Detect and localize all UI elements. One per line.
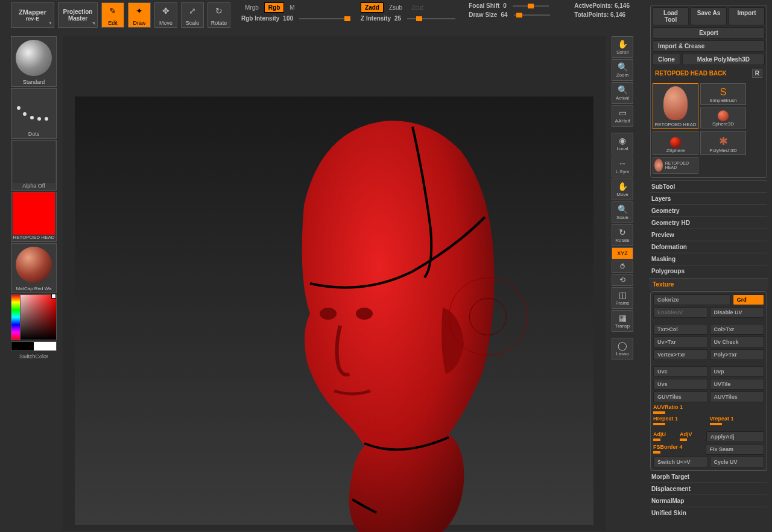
scroll-tool[interactable]: ✋Scroll bbox=[612, 36, 633, 58]
accordion-texture[interactable]: Texture bbox=[649, 278, 768, 290]
texture-selector[interactable]: RETOPOED HEAD bbox=[11, 192, 57, 242]
tool-thumb-zsphere[interactable]: ZSphere bbox=[653, 131, 698, 155]
r-button[interactable]: R bbox=[752, 69, 762, 78]
draw-button[interactable]: ✦Draw bbox=[128, 2, 151, 28]
tool-thumb-simplebrush[interactable]: S SimpleBrush bbox=[700, 83, 746, 105]
material-selector[interactable]: MatCap Red Wa bbox=[11, 243, 57, 293]
accordion-preview[interactable]: Preview bbox=[650, 229, 767, 241]
tool-thumb-polymesh3d[interactable]: ✱ PolyMesh3D bbox=[700, 131, 746, 155]
uvp-button[interactable]: Uvp bbox=[710, 366, 765, 377]
focal-shift-slider[interactable] bbox=[513, 5, 549, 7]
import-button[interactable]: Import bbox=[729, 7, 765, 25]
guvtiles-button[interactable]: GUVTiles bbox=[653, 391, 708, 402]
grd-button[interactable]: Grd bbox=[733, 294, 764, 305]
save-as-button[interactable]: Save As bbox=[691, 7, 727, 25]
clone-button[interactable]: Clone bbox=[653, 54, 680, 65]
z-tool[interactable]: ⟲ bbox=[612, 274, 633, 286]
scale-button[interactable]: ⤢Scale bbox=[181, 2, 204, 28]
adju-slider[interactable]: AdjU bbox=[653, 431, 678, 442]
accordion-unified-skin[interactable]: Unified Skin bbox=[650, 507, 767, 519]
auvratio-slider[interactable]: AUVRatio 1 bbox=[653, 404, 764, 414]
zadd-mode[interactable]: Zadd bbox=[361, 2, 384, 13]
alpha-selector[interactable]: Alpha Off bbox=[11, 140, 57, 191]
auvtiles-button[interactable]: AUVTiles bbox=[710, 391, 765, 402]
make-polymesh-button[interactable]: Make PolyMesh3D bbox=[682, 54, 765, 65]
lasso-tool[interactable]: ◯Lasso bbox=[612, 338, 633, 359]
y-tool[interactable]: ⥀ bbox=[612, 261, 633, 273]
fsborder-slider[interactable]: FSBorder 4 bbox=[653, 444, 704, 455]
aahalf-tool[interactable]: ▭AAHalf bbox=[612, 105, 633, 127]
import-crease-button[interactable]: Import & Crease bbox=[653, 40, 765, 52]
accordion-displacement[interactable]: Displacement bbox=[650, 483, 767, 495]
rotate-button[interactable]: ↻Rotate bbox=[207, 2, 230, 28]
switchuv-button[interactable]: Switch U<>V bbox=[653, 457, 708, 467]
txr-col-button[interactable]: Txr>Col bbox=[653, 324, 708, 335]
accordion-layers[interactable]: Layers bbox=[650, 192, 767, 204]
zcut-mode[interactable]: Zcut bbox=[408, 3, 426, 12]
disableuv-button[interactable]: Disable UV bbox=[710, 307, 765, 318]
accordion-deformation[interactable]: Deformation bbox=[650, 241, 767, 253]
uv-txr-button[interactable]: Uv>Txr bbox=[653, 337, 708, 347]
poly-txr-button[interactable]: Poly>Txr bbox=[710, 349, 765, 360]
lsym-tool[interactable]: ↔L.Sym bbox=[612, 156, 633, 177]
accordion-morph-target[interactable]: Morph Target bbox=[650, 470, 767, 483]
rgb-intensity-label: Rgb Intensity bbox=[241, 15, 279, 22]
col-txr-button[interactable]: Col>Txr bbox=[710, 324, 765, 335]
fixseam-button[interactable]: Fix Seam bbox=[706, 444, 765, 455]
hue-slider[interactable] bbox=[11, 294, 21, 340]
accordion-geometry[interactable]: Geometry bbox=[650, 204, 767, 217]
m-mode[interactable]: M bbox=[286, 3, 298, 12]
transp-tool[interactable]: ▦Transp bbox=[612, 310, 633, 332]
viewport[interactable] bbox=[75, 97, 593, 525]
enableuv-button[interactable]: EnableUV bbox=[653, 307, 708, 318]
vertex-txr-button[interactable]: Vertex>Txr bbox=[653, 349, 708, 360]
zoom-tool[interactable]: 🔍Zoom bbox=[612, 59, 633, 81]
zsub-mode[interactable]: Zsub bbox=[385, 3, 406, 12]
zmapper-dropdown[interactable]: ZMapper rev-E bbox=[11, 2, 54, 28]
adjv-slider[interactable]: AdjV bbox=[680, 431, 704, 442]
colorize-button[interactable]: Colorize bbox=[653, 294, 731, 305]
scale-tool[interactable]: 🔍Scale bbox=[612, 201, 633, 223]
draw-size-slider[interactable] bbox=[514, 14, 550, 16]
uvtile-button[interactable]: UVTile bbox=[710, 379, 765, 390]
accordion-subtool[interactable]: SubTool bbox=[650, 180, 767, 192]
tool-thumb-sphere3d[interactable]: Sphere3D bbox=[700, 107, 746, 128]
projection-label: Projection bbox=[63, 8, 93, 15]
cycleuv-button[interactable]: Cycle UV bbox=[710, 457, 765, 467]
active-points-value: 6,146 bbox=[615, 2, 630, 9]
applyadj-button[interactable]: ApplyAdj bbox=[706, 431, 764, 442]
uvs-button[interactable]: Uvs bbox=[653, 379, 708, 390]
switch-color-button[interactable]: SwitchColor bbox=[11, 353, 57, 359]
projection-master-dropdown[interactable]: Projection Master bbox=[58, 2, 98, 28]
uv-check-button[interactable]: Uv Check bbox=[710, 337, 765, 347]
tool-thumb-retopoed2[interactable]: RETOPOED HEAD bbox=[653, 157, 698, 174]
rgb-intensity-slider[interactable] bbox=[299, 18, 347, 19]
accordion-polygroups[interactable]: Polygroups bbox=[650, 265, 767, 277]
move-tool[interactable]: ✋Move bbox=[612, 179, 633, 200]
bw-swatches[interactable] bbox=[11, 341, 57, 351]
z-intensity-value: 25 bbox=[394, 15, 401, 22]
local-tool[interactable]: ◉Local bbox=[612, 133, 633, 154]
edit-button[interactable]: ✎Edit bbox=[101, 2, 124, 28]
accordion-normalmap[interactable]: NormalMap bbox=[650, 495, 767, 507]
z-intensity-slider[interactable] bbox=[407, 18, 455, 19]
vrepeat-slider[interactable]: Vrepeat 1 bbox=[710, 416, 765, 425]
rotate-tool[interactable]: ↻Rotate bbox=[612, 224, 633, 246]
rgb-mode[interactable]: Rgb bbox=[264, 2, 284, 13]
canvas-area[interactable] bbox=[63, 36, 606, 531]
accordion-geometry-hd[interactable]: Geometry HD bbox=[650, 217, 767, 229]
accordion-masking[interactable]: Masking bbox=[650, 253, 767, 265]
stroke-selector[interactable]: Dots bbox=[11, 88, 57, 139]
uvc-button[interactable]: Uvc bbox=[653, 366, 708, 377]
xyz-tool[interactable]: XYZ bbox=[612, 247, 633, 259]
mrgb-mode[interactable]: Mrgb bbox=[241, 3, 262, 12]
actual-tool[interactable]: 🔍Actual bbox=[612, 82, 633, 104]
load-tool-button[interactable]: Load Tool bbox=[653, 7, 689, 25]
tool-thumb-retopoed[interactable]: RETOPOED HEAD bbox=[653, 83, 698, 129]
color-picker[interactable] bbox=[11, 294, 57, 340]
frame-tool[interactable]: ◫Frame bbox=[612, 287, 633, 309]
brush-selector[interactable]: Standard bbox=[11, 36, 57, 87]
export-button[interactable]: Export bbox=[653, 27, 765, 39]
move-button[interactable]: ✥Move bbox=[154, 2, 177, 28]
hrepeat-slider[interactable]: Hrepeat 1 bbox=[653, 416, 708, 425]
